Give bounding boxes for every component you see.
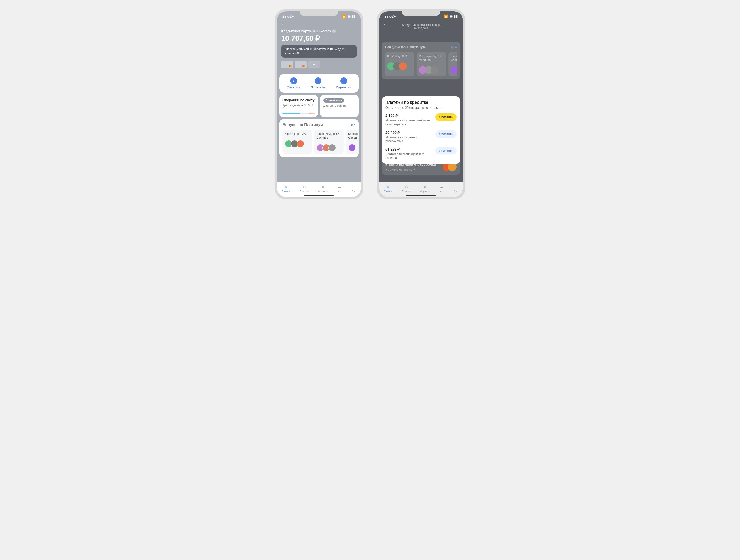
bonus-card[interactable]: Кэшбэк 50% в Серви: [448, 52, 457, 76]
payments-popup: Платежи по кредитке Оплатите до 20 январ…: [382, 96, 460, 164]
transfer-action[interactable]: →Перевести: [337, 78, 351, 89]
payments-icon: ◯: [404, 185, 409, 189]
notch: [300, 9, 338, 16]
home-indicator: [304, 195, 334, 196]
pay-icon: ●: [290, 78, 297, 84]
edit-icon[interactable]: ✎: [332, 29, 336, 33]
amount: 61 323 ₽: [385, 147, 433, 151]
gear-icon: ✲: [326, 99, 328, 102]
pay-action[interactable]: ●Оплатить: [287, 78, 300, 89]
bonus-card-installment[interactable]: Рассрочки до 12 месяцев: [314, 130, 344, 154]
desc: Платеж для беспроцентного периода: [385, 152, 433, 160]
card-thumb-2[interactable]: [295, 61, 306, 69]
phone-right: 11:00 ➤ 📶 ◉ ▮▮ ‹ Кредитная карта Тинькоф…: [377, 9, 465, 199]
status-time: 11:00: [282, 15, 291, 19]
bonus-title: Бонусы по Платинум: [385, 45, 426, 49]
tab-payments[interactable]: ◯Платежи: [402, 185, 411, 193]
tab-services[interactable]: ▦Сервисы: [420, 185, 430, 193]
header-balance: 10 707,60 ₽: [379, 27, 463, 30]
tab-more[interactable]: ⋯Еще: [351, 185, 356, 193]
bonus-card[interactable]: Кэшбэк до 30%: [385, 52, 414, 76]
card-title: Кредитная карта Тинькофф: [281, 29, 331, 33]
battery-icon: ▮▮: [454, 14, 458, 19]
bonus-card[interactable]: Рассрочки до 12 месяцев: [417, 52, 446, 76]
payment-option-full: 61 323 ₽ Платеж для беспроцентного перио…: [385, 147, 457, 160]
payment-option-min: 2 100 ₽ Минимальный платеж, чтобы не был…: [385, 113, 457, 126]
add-card-button[interactable]: +: [308, 61, 320, 69]
tab-services[interactable]: ▦Сервисы: [318, 185, 328, 193]
tab-chat[interactable]: ▬Чат: [337, 185, 342, 193]
actions-card: ●Оплатить +Пополнить →Перевести: [279, 74, 359, 93]
location-icon: ➤: [291, 14, 294, 19]
topup-action[interactable]: +Пополнить: [311, 78, 326, 89]
phone-left: 11:00 ➤ 📶 ◉ ▮▮ ‹ Кредитная карта Тинькоф…: [275, 9, 363, 199]
bonus-card-services[interactable]: Кэшбэк 50% в Серви: [346, 130, 359, 154]
desc: Минимальный платеж, чтобы не было штрафо…: [385, 118, 433, 126]
amount: 2 100 ₽: [385, 113, 433, 118]
popup-title: Платежи по кредитке: [385, 100, 457, 105]
battery-icon: ▮▮: [352, 14, 356, 19]
pay-button[interactable]: Оплатить: [435, 147, 457, 154]
home-indicator: [406, 195, 436, 196]
signal-icon: 📶: [342, 14, 346, 19]
bonus-all-link[interactable]: Все: [451, 45, 457, 49]
pay-button-primary[interactable]: Оплатить: [435, 113, 457, 121]
more-icon: ⋯: [351, 185, 356, 189]
points-badge: ✲586 баллов: [323, 98, 344, 103]
home-icon: ▤: [284, 185, 289, 189]
chat-icon: ▬: [337, 185, 342, 189]
tab-home[interactable]: ▤Главная: [384, 185, 392, 193]
chat-icon: ▬: [439, 185, 444, 189]
operations-card[interactable]: Операции по счету Трат в декабре 33 508 …: [279, 95, 318, 117]
bonus-section-bg: Бонусы по Платинум Все Кэшбэк до 30% Рас…: [382, 42, 460, 79]
amount: 29 490 ₽: [385, 130, 433, 135]
wifi-icon: ◉: [348, 14, 351, 19]
payment-notice: Внесите минимальный платеж 2 100 ₽ до 20…: [281, 45, 357, 58]
ops-title: Операции по счету: [282, 98, 315, 102]
bonus-all-link[interactable]: Все: [350, 123, 356, 127]
services-icon: ▦: [423, 185, 427, 189]
desc: Минимальный платеж с рассрочками: [385, 135, 433, 143]
tab-home[interactable]: ▤Главная: [282, 185, 290, 193]
home-icon: ▤: [386, 185, 391, 189]
points-card[interactable]: ✲586 баллов Доступно сейчас: [320, 95, 359, 117]
card-thumb-1[interactable]: [281, 61, 293, 69]
spend-bar: [282, 113, 315, 114]
status-time: 11:00: [384, 15, 393, 19]
balance: 10 707,60 ₽: [281, 34, 357, 42]
payment-option-installment: 29 490 ₽ Минимальный платеж с рассрочкам…: [385, 130, 457, 143]
notch: [402, 9, 440, 16]
services-icon: ▦: [320, 185, 325, 189]
more-icon: ⋯: [453, 185, 458, 189]
ops-sub: Трат в декабре 33 508 ₽: [282, 104, 315, 110]
bonus-title: Бонусы по Платинум: [282, 123, 323, 127]
arrow-icon: →: [340, 78, 347, 84]
back-button[interactable]: ‹: [277, 19, 361, 27]
header-title: Кредитная карта Тинькофф: [379, 23, 463, 27]
bonus-section: Бонусы по Платинум Все Кэшбэк до 30% Рас…: [279, 119, 359, 157]
bonus-card-cashback[interactable]: Кэшбэк до 30%: [282, 130, 312, 154]
inst-sub: На сумму 65 359,40 ₽: [385, 168, 436, 171]
tab-more[interactable]: ⋯Еще: [453, 185, 458, 193]
payments-icon: ◯: [302, 185, 307, 189]
tab-payments[interactable]: ◯Платежи: [300, 185, 309, 193]
wifi-icon: ◉: [450, 14, 453, 19]
points-sub: Доступно сейчас: [323, 104, 356, 107]
plus-icon: +: [315, 78, 321, 84]
popup-sub: Оплатите до 20 января включительно: [385, 106, 457, 109]
tab-chat[interactable]: ▬Чат: [439, 185, 444, 193]
signal-icon: 📶: [444, 14, 448, 19]
location-icon: ➤: [393, 14, 396, 19]
pay-button[interactable]: Оплатить: [435, 130, 457, 138]
